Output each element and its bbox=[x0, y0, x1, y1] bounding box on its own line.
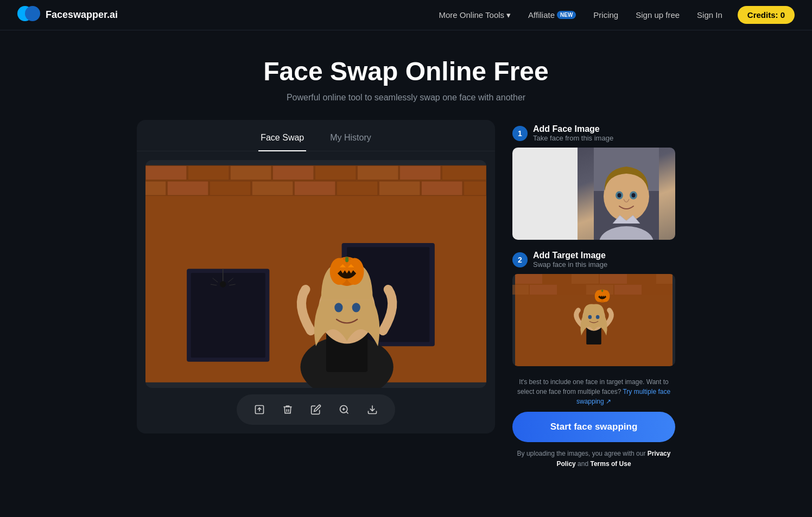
halloween-scene-svg bbox=[145, 160, 486, 388]
svg-rect-57 bbox=[515, 274, 542, 284]
svg-point-72 bbox=[596, 315, 600, 319]
face-white-panel bbox=[512, 148, 578, 240]
svg-rect-4 bbox=[272, 165, 314, 180]
svg-rect-9 bbox=[145, 181, 166, 196]
image-toolbar bbox=[237, 394, 395, 425]
svg-point-36 bbox=[345, 258, 364, 285]
tab-bar: Face Swap My History bbox=[137, 120, 495, 151]
svg-rect-63 bbox=[512, 285, 529, 295]
navbar: Faceswapper.ai More Online Tools ▾ Affil… bbox=[0, 0, 812, 30]
step1-subtitle: Take face from this image bbox=[533, 134, 613, 142]
svg-rect-59 bbox=[572, 274, 599, 284]
step2-subtitle: Swap face in this image bbox=[533, 260, 607, 269]
logo-icon bbox=[17, 4, 40, 27]
svg-rect-12 bbox=[252, 181, 293, 196]
face-image-inner bbox=[512, 148, 675, 240]
nav-signin[interactable]: Sign In bbox=[690, 7, 729, 23]
face-photo bbox=[578, 148, 675, 240]
svg-rect-7 bbox=[399, 165, 441, 180]
credits-button[interactable]: Credits: 0 bbox=[738, 6, 795, 24]
svg-rect-37 bbox=[345, 257, 348, 263]
zoom-icon bbox=[339, 404, 350, 415]
upload-button[interactable] bbox=[248, 400, 271, 419]
tab-my-history[interactable]: My History bbox=[328, 129, 373, 151]
svg-point-32 bbox=[352, 303, 360, 312]
download-icon bbox=[367, 404, 378, 415]
svg-rect-8 bbox=[442, 165, 486, 180]
step1-section: 1 Add Face Image Take face from this ima… bbox=[512, 124, 675, 240]
nav-signup[interactable]: Sign up free bbox=[629, 7, 686, 23]
target-image-container[interactable] bbox=[512, 274, 675, 366]
svg-rect-64 bbox=[530, 285, 557, 295]
svg-rect-58 bbox=[543, 274, 570, 284]
edit-button[interactable] bbox=[304, 400, 328, 419]
nav-affiliate[interactable]: Affiliate New bbox=[522, 7, 582, 23]
affiliate-badge: New bbox=[557, 11, 576, 19]
svg-rect-11 bbox=[210, 181, 251, 196]
svg-rect-14 bbox=[337, 181, 378, 196]
trash-icon bbox=[282, 404, 293, 415]
step2-title: Add Target Image bbox=[533, 251, 607, 260]
page-title: Face Swap Online Free bbox=[0, 56, 812, 86]
logo-link[interactable]: Faceswapper.ai bbox=[17, 4, 118, 27]
tos-text: By uploading the images, you agree with … bbox=[512, 449, 675, 469]
svg-point-55 bbox=[632, 193, 636, 197]
svg-rect-15 bbox=[379, 181, 420, 196]
svg-rect-13 bbox=[294, 181, 335, 196]
svg-point-54 bbox=[618, 193, 621, 197]
main-content: Face Swap My History bbox=[0, 120, 812, 469]
nav-links: More Online Tools ▾ Affiliate New Pricin… bbox=[432, 6, 795, 24]
svg-rect-3 bbox=[230, 165, 271, 180]
image-preview-area bbox=[137, 160, 495, 433]
svg-point-31 bbox=[334, 303, 342, 312]
nav-pricing[interactable]: Pricing bbox=[587, 7, 625, 23]
zoom-button[interactable] bbox=[332, 400, 356, 419]
start-face-swapping-button[interactable]: Start face swapping bbox=[512, 412, 675, 442]
step1-title: Add Face Image bbox=[533, 124, 613, 134]
upload-icon bbox=[254, 404, 265, 415]
terms-of-use-link[interactable]: Terms of Use bbox=[590, 460, 631, 468]
svg-rect-67 bbox=[614, 285, 642, 295]
svg-rect-1 bbox=[145, 165, 187, 180]
svg-rect-10 bbox=[167, 181, 208, 196]
svg-rect-6 bbox=[357, 165, 398, 180]
pencil-icon bbox=[310, 404, 321, 415]
step1-header: 1 Add Face Image Take face from this ima… bbox=[512, 124, 675, 142]
svg-rect-17 bbox=[464, 181, 486, 196]
tab-face-swap[interactable]: Face Swap bbox=[258, 129, 306, 151]
svg-rect-62 bbox=[656, 274, 673, 284]
svg-rect-5 bbox=[315, 165, 356, 180]
svg-rect-68 bbox=[643, 285, 670, 295]
main-image-display[interactable] bbox=[145, 160, 486, 388]
step2-header: 2 Add Target Image Swap face in this ima… bbox=[512, 251, 675, 269]
svg-rect-19 bbox=[191, 273, 265, 358]
download-button[interactable] bbox=[360, 400, 384, 419]
svg-rect-65 bbox=[558, 285, 585, 295]
svg-point-76 bbox=[601, 290, 610, 302]
face-svg bbox=[578, 148, 675, 240]
svg-line-43 bbox=[346, 412, 348, 414]
svg-point-20 bbox=[220, 281, 226, 287]
step2-number: 2 bbox=[512, 252, 528, 267]
hero-section: Face Swap Online Free Powerful online to… bbox=[0, 30, 812, 120]
left-panel: Face Swap My History bbox=[137, 120, 495, 433]
logo-text: Faceswapper.ai bbox=[46, 9, 118, 21]
face-image-container[interactable] bbox=[512, 148, 675, 240]
step1-number: 1 bbox=[512, 126, 528, 141]
chevron-down-icon: ▾ bbox=[506, 10, 511, 20]
nav-more-tools[interactable]: More Online Tools ▾ bbox=[432, 7, 517, 23]
step2-section: 2 Add Target Image Swap face in this ima… bbox=[512, 251, 675, 366]
page-subtitle: Powerful online tool to seamlessly swap … bbox=[0, 93, 812, 103]
svg-rect-2 bbox=[188, 165, 229, 180]
delete-button[interactable] bbox=[276, 400, 300, 419]
info-text: It's best to include one face in target … bbox=[512, 377, 675, 406]
right-panel: 1 Add Face Image Take face from this ima… bbox=[512, 120, 675, 469]
svg-point-71 bbox=[588, 315, 592, 319]
svg-rect-16 bbox=[421, 181, 462, 196]
svg-rect-61 bbox=[628, 274, 655, 284]
target-image-svg bbox=[512, 274, 675, 366]
svg-rect-60 bbox=[600, 274, 627, 284]
svg-rect-77 bbox=[601, 290, 603, 292]
